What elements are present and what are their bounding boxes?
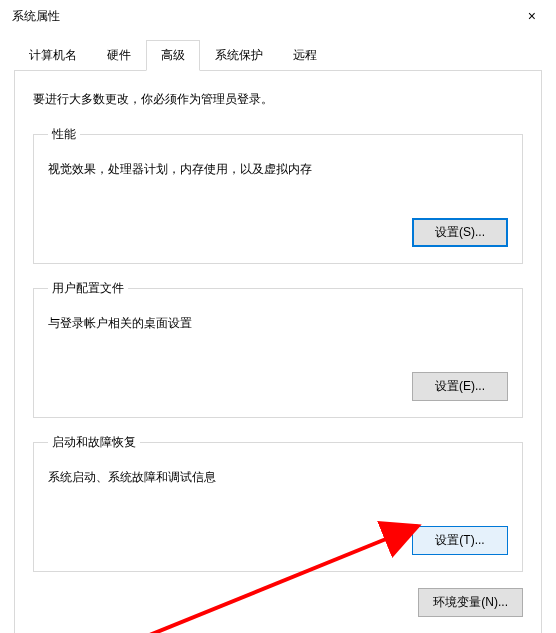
tab-strip: 计算机名 硬件 高级 系统保护 远程 — [14, 40, 542, 71]
dialog-body: 计算机名 硬件 高级 系统保护 远程 要进行大多数更改，你必须作为管理员登录。 … — [0, 32, 556, 633]
tab-label: 远程 — [293, 48, 317, 62]
footer-row: 环境变量(N)... — [33, 588, 523, 617]
tab-label: 高级 — [161, 48, 185, 62]
titlebar: 系统属性 × — [0, 0, 556, 32]
close-icon[interactable]: × — [520, 4, 544, 28]
group-profiles-legend: 用户配置文件 — [48, 280, 128, 297]
group-startup-recovery: 启动和故障恢复 系统启动、系统故障和调试信息 设置(T)... — [33, 434, 523, 572]
profiles-settings-button[interactable]: 设置(E)... — [412, 372, 508, 401]
tab-advanced[interactable]: 高级 — [146, 40, 200, 71]
group-performance-legend: 性能 — [48, 126, 80, 143]
tab-computer-name[interactable]: 计算机名 — [14, 40, 92, 70]
tab-content-advanced: 要进行大多数更改，你必须作为管理员登录。 性能 视觉效果，处理器计划，内存使用，… — [14, 71, 542, 633]
group-startup-legend: 启动和故障恢复 — [48, 434, 140, 451]
performance-settings-button[interactable]: 设置(S)... — [412, 218, 508, 247]
window-title: 系统属性 — [12, 8, 60, 25]
group-performance: 性能 视觉效果，处理器计划，内存使用，以及虚拟内存 设置(S)... — [33, 126, 523, 264]
tab-remote[interactable]: 远程 — [278, 40, 332, 70]
tab-system-protection[interactable]: 系统保护 — [200, 40, 278, 70]
startup-desc: 系统启动、系统故障和调试信息 — [48, 469, 508, 486]
startup-settings-button[interactable]: 设置(T)... — [412, 526, 508, 555]
tab-label: 计算机名 — [29, 48, 77, 62]
group-user-profiles: 用户配置文件 与登录帐户相关的桌面设置 设置(E)... — [33, 280, 523, 418]
admin-notice: 要进行大多数更改，你必须作为管理员登录。 — [33, 91, 523, 108]
tab-label: 系统保护 — [215, 48, 263, 62]
tab-hardware[interactable]: 硬件 — [92, 40, 146, 70]
environment-variables-button[interactable]: 环境变量(N)... — [418, 588, 523, 617]
profiles-desc: 与登录帐户相关的桌面设置 — [48, 315, 508, 332]
performance-desc: 视觉效果，处理器计划，内存使用，以及虚拟内存 — [48, 161, 508, 178]
tab-label: 硬件 — [107, 48, 131, 62]
